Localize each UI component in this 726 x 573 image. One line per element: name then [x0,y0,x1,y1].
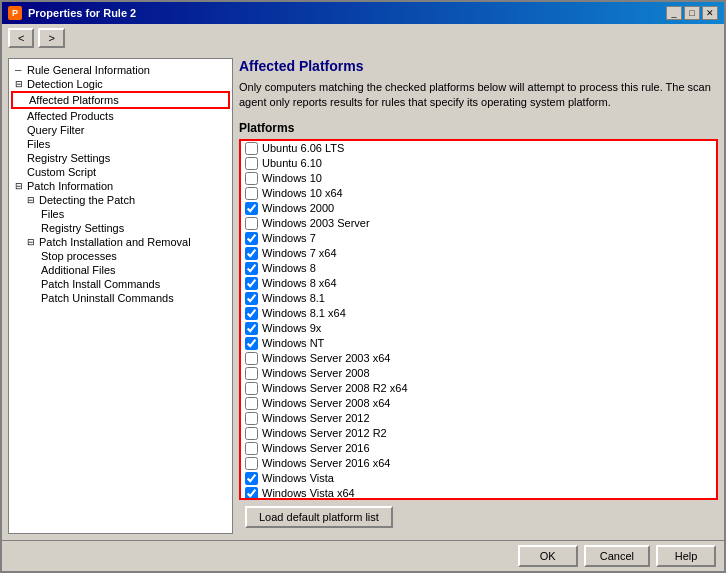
platform-label: Windows Server 2012 R2 [262,427,387,439]
back-button[interactable]: < [8,28,34,48]
platform-label: Ubuntu 6.06 LTS [262,142,344,154]
platform-item: Windows 9x [241,321,716,336]
platform-item: Windows 8 x64 [241,276,716,291]
platforms-list[interactable]: Ubuntu 6.06 LTSUbuntu 6.10Windows 10Wind… [239,139,718,500]
platform-checkbox[interactable] [245,217,258,230]
platforms-outer: Ubuntu 6.06 LTSUbuntu 6.10Windows 10Wind… [239,139,718,534]
nav-bar: < > [2,24,724,52]
platform-checkbox[interactable] [245,292,258,305]
platform-item: Windows 10 [241,171,716,186]
platform-label: Windows 8 x64 [262,277,337,289]
platform-checkbox[interactable] [245,202,258,215]
cancel-button[interactable]: Cancel [584,545,650,567]
expand-icon: ⊟ [27,237,37,247]
platform-label: Ubuntu 6.10 [262,157,322,169]
help-button[interactable]: Help [656,545,716,567]
platform-item: Ubuntu 6.06 LTS [241,141,716,156]
tree-item-affected-products[interactable]: Affected Products [11,109,230,123]
expand-icon: ⊟ [15,79,25,89]
platform-checkbox[interactable] [245,487,258,500]
section-title: Affected Platforms [239,58,718,74]
platform-checkbox[interactable] [245,232,258,245]
platform-checkbox[interactable] [245,397,258,410]
platform-label: Windows Server 2008 [262,367,370,379]
platform-checkbox[interactable] [245,322,258,335]
description: Only computers matching the checked plat… [239,80,718,111]
platform-checkbox[interactable] [245,277,258,290]
tree-item-detecting-the-patch[interactable]: ⊟ Detecting the Patch [11,193,230,207]
tree-item-patch-uninstall-commands[interactable]: Patch Uninstall Commands [11,291,230,305]
platform-checkbox[interactable] [245,352,258,365]
platform-checkbox[interactable] [245,472,258,485]
platform-label: Windows 7 x64 [262,247,337,259]
platform-item: Windows Server 2016 x64 [241,456,716,471]
tree-panel: ─ Rule General Information ⊟ Detection L… [8,58,233,534]
platform-label: Windows 7 [262,232,316,244]
tree-item-additional-files[interactable]: Additional Files [11,263,230,277]
tree-item-rule-general[interactable]: ─ Rule General Information [11,63,230,77]
platform-checkbox[interactable] [245,187,258,200]
platform-checkbox[interactable] [245,247,258,260]
platform-label: Windows 10 [262,172,322,184]
platform-checkbox[interactable] [245,157,258,170]
platform-label: Windows Vista x64 [262,487,355,499]
tree-item-stop-processes[interactable]: Stop processes [11,249,230,263]
main-content: ─ Rule General Information ⊟ Detection L… [2,52,724,540]
platform-item: Windows 7 x64 [241,246,716,261]
platform-item: Windows Server 2012 R2 [241,426,716,441]
title-bar: P Properties for Rule 2 _ □ ✕ [2,2,724,24]
tree-item-patch-information[interactable]: ⊟ Patch Information [11,179,230,193]
platform-checkbox[interactable] [245,412,258,425]
platform-item: Windows Vista x64 [241,486,716,500]
load-default-button[interactable]: Load default platform list [245,506,393,528]
maximize-button[interactable]: □ [684,6,700,20]
platform-label: Windows 9x [262,322,321,334]
tree-item-patch-install-removal[interactable]: ⊟ Patch Installation and Removal [11,235,230,249]
platform-item: Windows Server 2008 x64 [241,396,716,411]
platform-item: Windows 8 [241,261,716,276]
platform-checkbox[interactable] [245,427,258,440]
platform-label: Windows Server 2008 R2 x64 [262,382,408,394]
platform-item: Windows 8.1 x64 [241,306,716,321]
platform-item: Ubuntu 6.10 [241,156,716,171]
tree-item-affected-platforms[interactable]: Affected Platforms [11,91,230,109]
platform-checkbox[interactable] [245,337,258,350]
tree-item-detecting-files[interactable]: Files [11,207,230,221]
tree-root: ─ Rule General Information ⊟ Detection L… [9,59,232,309]
platform-label: Windows Server 2016 x64 [262,457,390,469]
platform-checkbox[interactable] [245,142,258,155]
platform-item: Windows Server 2008 [241,366,716,381]
title-buttons: _ □ ✕ [666,6,718,20]
platform-item: Windows Server 2012 [241,411,716,426]
platform-item: Windows Server 2016 [241,441,716,456]
tree-item-detecting-registry-visible[interactable]: Registry Settings [11,221,230,235]
tree-item-files[interactable]: Files [11,137,230,151]
platform-label: Windows Vista [262,472,334,484]
platform-checkbox[interactable] [245,382,258,395]
tree-item-custom-script[interactable]: Custom Script [11,165,230,179]
tree-item-query-filter[interactable]: Query Filter [11,123,230,137]
expand-icon: ─ [15,65,25,75]
platform-item: Windows 2000 [241,201,716,216]
platform-checkbox[interactable] [245,367,258,380]
forward-button[interactable]: > [38,28,64,48]
platform-label: Windows Server 2012 [262,412,370,424]
right-panel: Affected Platforms Only computers matchi… [239,58,718,534]
tree-item-registry-settings[interactable]: Registry Settings [11,151,230,165]
tree-item-patch-install-commands[interactable]: Patch Install Commands [11,277,230,291]
platform-item: Windows Server 2008 R2 x64 [241,381,716,396]
platform-checkbox[interactable] [245,457,258,470]
close-button[interactable]: ✕ [702,6,718,20]
minimize-button[interactable]: _ [666,6,682,20]
platform-item: Windows Server 2003 x64 [241,351,716,366]
platform-item: Windows 10 x64 [241,186,716,201]
tree-item-detection-logic[interactable]: ⊟ Detection Logic [11,77,230,91]
ok-button[interactable]: OK [518,545,578,567]
platform-checkbox[interactable] [245,172,258,185]
platform-label: Windows 8 [262,262,316,274]
window-title: Properties for Rule 2 [28,7,660,19]
app-icon: P [8,6,22,20]
platform-checkbox[interactable] [245,442,258,455]
platform-checkbox[interactable] [245,262,258,275]
platform-checkbox[interactable] [245,307,258,320]
